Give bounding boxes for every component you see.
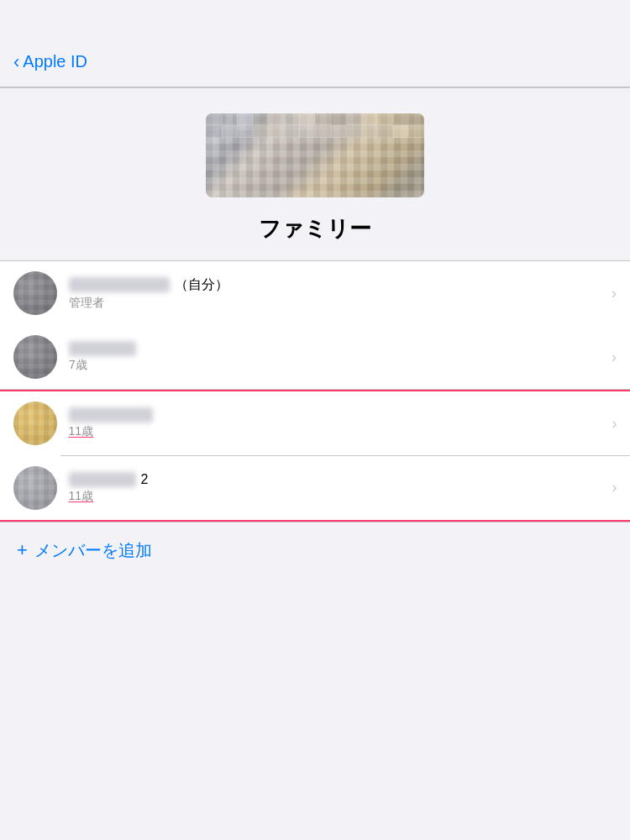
family-avatar-pixelated [206,113,424,197]
item-name-blur [69,407,153,423]
back-label: Apple ID [23,52,87,71]
back-button[interactable]: ‹ Apple ID [13,52,87,71]
list-item[interactable]: 7歳 › [0,325,630,389]
chevron-right-icon: › [612,285,617,302]
item-name-row [69,341,605,356]
item-info: 2 11歳 [69,472,606,504]
family-title: ファミリー [259,214,371,244]
list-item[interactable]: 2 11歳 › [0,456,630,520]
back-chevron-icon: ‹ [13,53,19,71]
item-sub: 11歳 [69,489,606,504]
highlighted-section: 11歳 › 2 11歳 › [0,390,630,522]
add-member-label: メンバーを追加 [34,539,152,562]
nav-bar: ‹ Apple ID [0,37,630,87]
avatar [13,402,57,445]
item-name-blur [69,472,136,487]
list-section-highlighted: 11歳 › 2 11歳 › [0,391,630,520]
item-name-blur [69,277,170,292]
family-avatar-container [206,113,424,197]
item-sub: 管理者 [69,296,605,311]
item-info: （自分） 管理者 [69,276,605,311]
status-bar [0,0,630,37]
add-member-button[interactable]: + メンバーを追加 [17,539,152,562]
members-list: （自分） 管理者 › 7歳 › [0,261,630,389]
item-name-row: （自分） [69,276,605,294]
avatar [13,335,57,379]
family-section: ファミリー [0,88,630,260]
plus-icon: + [17,539,28,561]
avatar [13,271,57,315]
item-name-row [69,407,606,423]
item-info: 7歳 [69,341,605,373]
chevron-right-icon: › [612,415,617,433]
item-name-row: 2 [69,472,606,487]
item-name-suffix: （自分） [175,276,228,294]
chevron-right-icon: › [612,479,617,496]
item-name-blur [69,341,136,356]
avatar [13,466,57,510]
item-info: 11歳 [69,407,606,439]
list-item[interactable]: （自分） 管理者 › [0,261,630,325]
item-name-suffix: 2 [141,472,149,487]
chevron-right-icon: › [612,349,617,366]
add-member-section: + メンバーを追加 [0,522,630,579]
item-sub: 11歳 [69,424,606,439]
item-sub: 7歳 [69,358,605,373]
list-item[interactable]: 11歳 › [0,391,630,455]
